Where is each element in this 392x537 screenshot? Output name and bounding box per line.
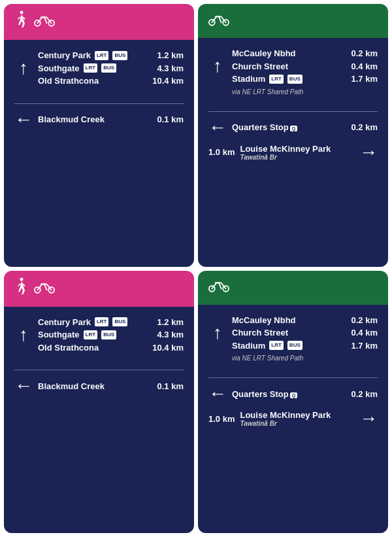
bottom-section: ← Quarters StopQ 0.2 km 1.0 km Louise Mc…: [208, 106, 378, 167]
service-icon: BUS: [112, 51, 127, 60]
svg-point-6: [218, 16, 220, 18]
up-arrow: ↑: [208, 322, 227, 343]
sign-card: ↑ Century ParkLRTBUS 1.2 km SouthgateLRT…: [4, 4, 194, 267]
service-icon: LRT: [95, 317, 109, 326]
left-dest-row: ← Quarters StopQ 0.2 km: [208, 383, 378, 404]
svg-point-10: [44, 283, 46, 285]
up-arrow: ↑: [14, 324, 33, 345]
divider: [208, 377, 378, 378]
dest-name: SouthgateLRTBUS: [38, 62, 116, 75]
left-arrow: ←: [208, 117, 227, 138]
dest-dist: 10.4 km: [152, 341, 184, 355]
dest-dist: 0.4 km: [351, 60, 378, 73]
up-arrow: ↑: [208, 56, 227, 77]
dest-name: StadiumLRTBUS: [232, 339, 302, 353]
via-text: via NE LRT Shared Path: [232, 88, 378, 95]
divider: [14, 103, 184, 104]
quarters-stop-icon: Q: [290, 392, 297, 398]
right-arrow: →: [359, 142, 378, 163]
up-destinations: Century ParkLRTBUS 1.2 km SouthgateLRTBU…: [38, 316, 184, 355]
quarters-stop-icon: Q: [290, 126, 297, 131]
dest-name: Century ParkLRTBUS: [38, 49, 127, 62]
dest-dist: 10.4 km: [152, 75, 184, 88]
dest-dist: 0.2 km: [351, 314, 378, 327]
destination-item: StadiumLRTBUS 1.7 km: [232, 339, 378, 353]
left-dest-dist: 0.2 km: [351, 389, 378, 399]
bottom-section: ← Blackmud Creek 0.1 km: [14, 98, 184, 134]
svg-point-7: [20, 277, 24, 281]
divider: [14, 370, 184, 370]
up-destinations: Century ParkLRTBUS 1.2 km SouthgateLRTBU…: [38, 49, 184, 88]
service-icon: BUS: [112, 317, 127, 326]
up-dir-row: ↑ Century ParkLRTBUS 1.2 km SouthgateLRT…: [14, 316, 184, 355]
destination-item: McCauley Nbhd 0.2 km: [232, 314, 378, 327]
up-dir-row: ↑ McCauley Nbhd 0.2 km Church Street 0.4…: [208, 47, 378, 86]
dest-name: SouthgateLRTBUS: [38, 328, 116, 341]
dest-dist: 4.3 km: [157, 62, 184, 75]
via-text: via NE LRT Shared Path: [232, 355, 378, 362]
left-arrow: ←: [14, 109, 33, 130]
sign-body: ↑ McCauley Nbhd 0.2 km Church Street 0.4…: [198, 305, 388, 534]
destination-item: Church Street 0.4 km: [232, 60, 378, 73]
left-dest-dist: 0.1 km: [157, 114, 184, 124]
destination-item: Old Strathcona 10.4 km: [38, 75, 184, 88]
right-dest-row: 1.0 km Louise McKinney ParkTawatinâ Br →: [208, 408, 378, 429]
dest-subtext: Tawatinâ Br: [240, 154, 354, 161]
sign-header: [198, 271, 388, 305]
dest-dist: 1.7 km: [351, 73, 378, 86]
destination-item: McCauley Nbhd 0.2 km: [232, 47, 378, 60]
header-icons: [14, 277, 55, 300]
divider: [208, 111, 378, 112]
dest-dist: 0.4 km: [351, 326, 378, 339]
svg-point-13: [218, 282, 220, 284]
dest-name: Century ParkLRTBUS: [38, 316, 127, 329]
left-dest-row: ← Blackmud Creek 0.1 km: [14, 375, 184, 396]
service-icon: BUS: [287, 75, 302, 84]
right-dest-dist: 1.0 km: [208, 414, 235, 424]
left-dest-dist: 0.2 km: [351, 122, 378, 132]
up-destinations: McCauley Nbhd 0.2 km Church Street 0.4 k…: [232, 47, 378, 86]
bottom-section: ← Blackmud Creek 0.1 km: [14, 364, 184, 400]
dest-dist: 0.2 km: [351, 47, 378, 60]
sign-header: [4, 4, 194, 40]
left-dest-name: Blackmud Creek: [38, 381, 152, 391]
right-dest-name: Louise McKinney ParkTawatinâ Br: [240, 410, 354, 427]
up-destinations: McCauley Nbhd 0.2 km Church Street 0.4 k…: [232, 314, 378, 353]
destination-item: SouthgateLRTBUS 4.3 km: [38, 62, 184, 75]
up-direction-section: ↑ Century ParkLRTBUS 1.2 km SouthgateLRT…: [14, 316, 184, 357]
left-dest-row: ← Blackmud Creek 0.1 km: [14, 109, 184, 130]
dest-name: StadiumLRTBUS: [232, 73, 302, 86]
destination-item: SouthgateLRTBUS 4.3 km: [38, 328, 184, 341]
dest-name: McCauley Nbhd: [232, 314, 296, 327]
dest-dist: 1.7 km: [351, 339, 378, 353]
left-dest-dist: 0.1 km: [157, 381, 184, 391]
destination-item: Church Street 0.4 km: [232, 326, 378, 339]
dest-dist: 4.3 km: [157, 328, 184, 341]
header-icons: [14, 10, 55, 33]
service-icon: LRT: [95, 51, 109, 60]
dest-name: McCauley Nbhd: [232, 47, 296, 60]
destination-item: Century ParkLRTBUS 1.2 km: [38, 316, 184, 329]
dest-name: Old Strathcona: [38, 75, 99, 88]
right-dest-row: 1.0 km Louise McKinney ParkTawatinâ Br →: [208, 142, 378, 163]
bike-icon: [208, 277, 229, 298]
up-dir-row: ↑ McCauley Nbhd 0.2 km Church Street 0.4…: [208, 314, 378, 353]
service-icon: LRT: [84, 63, 98, 73]
walk-icon: [14, 10, 29, 33]
up-dir-row: ↑ Century ParkLRTBUS 1.2 km SouthgateLRT…: [14, 49, 184, 88]
up-direction-section: ↑ McCauley Nbhd 0.2 km Church Street 0.4…: [208, 314, 378, 365]
walk-icon: [14, 277, 29, 300]
right-dest-dist: 1.0 km: [208, 147, 235, 157]
dest-name: Church Street: [232, 60, 288, 73]
bike-icon: [34, 279, 55, 299]
dest-name: Old Strathcona: [38, 341, 99, 355]
service-icon: LRT: [269, 75, 284, 84]
destination-item: Old Strathcona 10.4 km: [38, 341, 184, 355]
right-arrow: →: [359, 408, 378, 429]
bike-icon: [208, 11, 229, 31]
destination-item: Century ParkLRTBUS 1.2 km: [38, 49, 184, 62]
dest-dist: 1.2 km: [157, 316, 184, 329]
svg-point-3: [44, 16, 46, 18]
header-icons: [208, 277, 229, 298]
sign-body: ↑ McCauley Nbhd 0.2 km Church Street 0.4…: [198, 38, 388, 267]
